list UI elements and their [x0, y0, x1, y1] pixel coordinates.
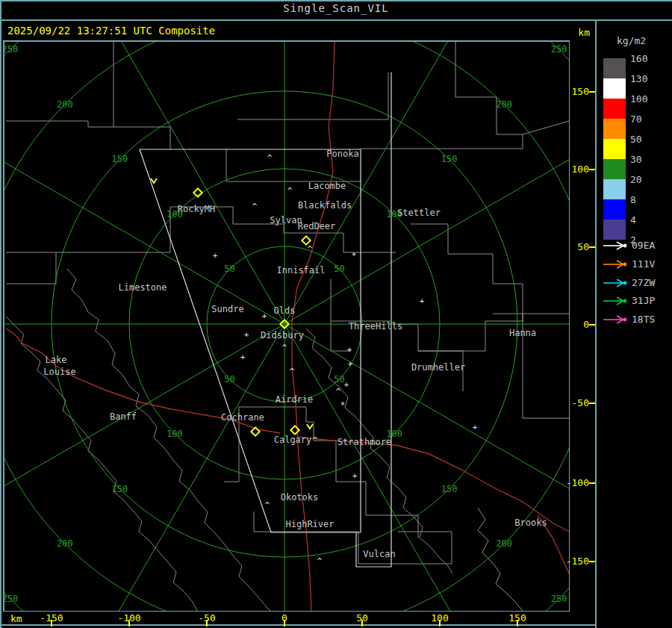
range-ring-label: 200 — [57, 99, 73, 110]
range-ring-label: 50 — [224, 264, 234, 274]
plus-marker-icon: + — [244, 330, 249, 340]
range-ring-label: 250 — [4, 594, 18, 604]
bottom-axis-tick-label: 50 — [344, 612, 380, 624]
range-ring-label: 250 — [551, 44, 567, 55]
city-label-olds: Olds — [274, 305, 296, 316]
caret-marker-icon: ^ — [313, 435, 318, 445]
city-label-airdrie: Airdrie — [276, 394, 314, 405]
site-diamond-icon — [302, 236, 310, 244]
station-arrow-icon — [602, 278, 630, 288]
caret-marker-icon: ^ — [267, 153, 273, 163]
city-label-threehills: ThreeHills — [349, 321, 402, 332]
plus-marker-icon: + — [352, 471, 358, 481]
city-label-innisfail: Innisfail — [276, 265, 325, 276]
storm-arrow-icon — [307, 424, 313, 429]
window-title: Single_Scan_VIL — [283, 2, 388, 14]
caret-marker-icon: ^ — [317, 556, 323, 566]
city-label-reddeer: RedDeer — [298, 221, 336, 231]
city-label-banff: Banff — [110, 411, 137, 422]
city-label-drumheller: Drumheller — [411, 362, 465, 373]
right-axis-unit: km — [567, 27, 590, 38]
colorscale-value: 160 — [630, 53, 660, 64]
station-arrow-icon — [602, 296, 630, 306]
radial-line — [4, 115, 284, 324]
right-axis-tick-label: 100 — [564, 164, 589, 175]
city-label-hanna: Hanna — [509, 328, 536, 338]
colorscale-swatch — [603, 119, 626, 139]
city-label-okotoks: Okotoks — [281, 492, 319, 503]
colorscale-swatch — [603, 139, 626, 159]
range-ring-label: 200 — [496, 538, 512, 549]
caret-marker-icon: ^ — [252, 202, 258, 211]
titlebar-divider — [0, 19, 672, 21]
city-label-didsbury: Didsbury — [261, 330, 304, 341]
colorscale-swatch — [603, 99, 626, 119]
plus-marker-icon: + — [240, 352, 246, 362]
city-label-blackfalds: Blackfalds — [298, 200, 352, 211]
colorscale-value: 130 — [630, 73, 660, 84]
radar-app-window: Single_Scan_VIL 2025/09/22 13:27:51 UTC … — [0, 0, 672, 628]
range-ring-label: 50 — [334, 264, 344, 274]
colorscale-swatch — [603, 58, 626, 78]
star-marker-icon: * — [352, 251, 357, 261]
city-label-highriver: HighRiver — [285, 519, 334, 529]
radial-line — [284, 115, 569, 324]
plus-marker-icon: + — [344, 380, 349, 390]
bottom-axis-tick-label: 150 — [500, 612, 535, 624]
city-label-limestone: Limestone — [118, 282, 167, 293]
radar-map-canvas[interactable]: 5050505010010010010015015015015020020020… — [4, 42, 569, 611]
colorscale-units: kg/m2 — [617, 35, 646, 46]
storm-arrow-icon — [151, 178, 157, 183]
city-label-ponoka: Ponoka — [326, 149, 358, 159]
plus-marker-icon: + — [348, 359, 353, 369]
station-arrow-icon — [602, 314, 630, 325]
colorscale-value: 20 — [630, 174, 660, 185]
right-axis-tick-label: 150 — [564, 86, 589, 97]
station-id: 27ZW — [632, 277, 655, 288]
city-label-cochrane: Cochrane — [221, 412, 264, 423]
right-axis-tick-label: -50 — [564, 397, 589, 408]
right-axis-tick — [589, 561, 595, 562]
bottom-axis-tick-label: 100 — [422, 612, 458, 624]
bottom-border — [0, 624, 597, 626]
city-label-lacombe: Lacombe — [308, 181, 346, 191]
right-axis-tick — [589, 246, 595, 248]
range-ring-label: 150 — [441, 484, 458, 494]
radial-line — [284, 324, 569, 533]
station-id: 18TS — [632, 314, 655, 325]
bottom-axis-tick-label: -100 — [111, 612, 147, 624]
right-axis-tick-label: 50 — [564, 241, 589, 252]
city-label-vulcan: Vulcan — [363, 549, 395, 559]
city-label-sundre: Sundre — [211, 304, 243, 314]
radial-line — [75, 42, 284, 324]
city-label-strathmore: Strathmore — [337, 437, 391, 447]
colorscale-swatch — [603, 159, 626, 179]
colorscale-value: 50 — [630, 134, 660, 145]
range-ring-label: 150 — [112, 484, 128, 494]
range-ring-label: 150 — [441, 154, 458, 164]
colorscale-swatch — [603, 179, 626, 199]
station-id: 09EA — [632, 240, 655, 251]
colorscale-swatch — [603, 220, 626, 240]
city-label-lake: Lake — [46, 355, 67, 365]
colorscale-value: 30 — [630, 154, 660, 165]
star-marker-icon: * — [340, 400, 346, 410]
station-id: 31JP — [632, 295, 655, 306]
city-label-stettler: Stettler — [397, 208, 441, 218]
station-arrow-icon — [602, 240, 630, 251]
range-ring-label: 250 — [551, 594, 567, 604]
city-label-calgary: Calgary — [274, 435, 312, 445]
plus-marker-icon: + — [213, 251, 218, 261]
station-id: 111V — [632, 258, 655, 270]
right-axis-tick — [589, 324, 595, 326]
left-border — [0, 0, 1, 628]
scan-timestamp: 2025/09/22 13:27:51 UTC Composite — [7, 25, 215, 37]
range-ring-label: 50 — [224, 374, 234, 385]
plus-marker-icon: + — [262, 311, 267, 321]
range-ring-label: 200 — [496, 99, 512, 110]
range-ring-label: 100 — [167, 429, 183, 439]
colorscale-value: 100 — [630, 93, 660, 105]
caret-marker-icon: ^ — [290, 367, 295, 376]
right-axis-tick — [589, 91, 595, 93]
right-axis-tick — [589, 169, 595, 170]
